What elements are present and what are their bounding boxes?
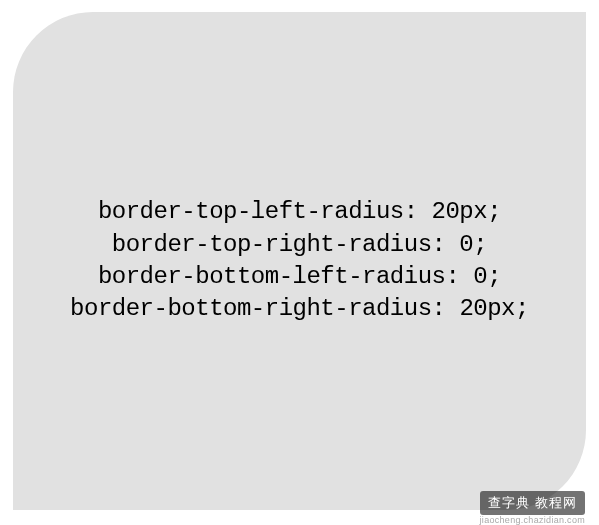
code-line-1: border-top-left-radius: 20px;: [70, 196, 529, 228]
watermark-url: jiaocheng.chazidian.com: [480, 515, 585, 525]
watermark-badge: 查字典 教程网: [480, 491, 585, 515]
code-line-4: border-bottom-right-radius: 20px;: [70, 293, 529, 325]
code-line-3: border-bottom-left-radius: 0;: [70, 261, 529, 293]
border-radius-demo-box: border-top-left-radius: 20px; border-top…: [13, 12, 586, 510]
code-line-2: border-top-right-radius: 0;: [70, 229, 529, 261]
css-code-block: border-top-left-radius: 20px; border-top…: [70, 196, 529, 326]
